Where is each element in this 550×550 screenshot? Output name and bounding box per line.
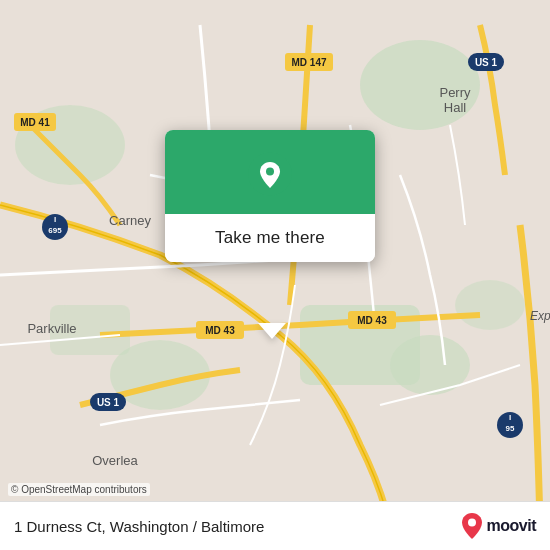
- svg-text:MD 41: MD 41: [20, 117, 50, 128]
- svg-text:95: 95: [506, 424, 515, 433]
- bottom-bar: 1 Durness Ct, Washington / Baltimore moo…: [0, 501, 550, 550]
- svg-text:I: I: [54, 215, 56, 224]
- take-me-there-button[interactable]: Take me there: [165, 214, 375, 262]
- svg-text:Expre: Expre: [530, 309, 550, 323]
- moovit-logo: moovit: [461, 512, 536, 540]
- popup-header: [165, 130, 375, 214]
- svg-point-34: [468, 519, 476, 527]
- popup-arrow: [258, 323, 286, 339]
- svg-text:US 1: US 1: [97, 397, 120, 408]
- svg-text:US 1: US 1: [475, 57, 498, 68]
- svg-point-6: [455, 280, 525, 330]
- popup-card: Take me there: [165, 130, 375, 262]
- svg-text:MD 43: MD 43: [357, 315, 387, 326]
- map-container: MD 147 US 1 MD 41 I 695 MD 43 MD 43 US 1…: [0, 0, 550, 550]
- svg-text:MD 147: MD 147: [291, 57, 326, 68]
- svg-text:MD 43: MD 43: [205, 325, 235, 336]
- svg-text:Overlea: Overlea: [92, 453, 138, 468]
- svg-text:Carney: Carney: [109, 213, 151, 228]
- address-text: 1 Durness Ct, Washington / Baltimore: [14, 518, 264, 535]
- svg-text:Perry: Perry: [439, 85, 471, 100]
- svg-text:695: 695: [48, 226, 62, 235]
- moovit-pin-icon: [461, 512, 483, 540]
- location-pin-icon: [248, 152, 292, 196]
- moovit-wordmark: moovit: [487, 517, 536, 535]
- map-background: MD 147 US 1 MD 41 I 695 MD 43 MD 43 US 1…: [0, 0, 550, 550]
- svg-text:Hall: Hall: [444, 100, 467, 115]
- svg-point-33: [266, 168, 274, 176]
- svg-text:I: I: [509, 413, 511, 422]
- copyright-text: © OpenStreetMap contributors: [8, 483, 150, 496]
- svg-text:Parkville: Parkville: [27, 321, 76, 336]
